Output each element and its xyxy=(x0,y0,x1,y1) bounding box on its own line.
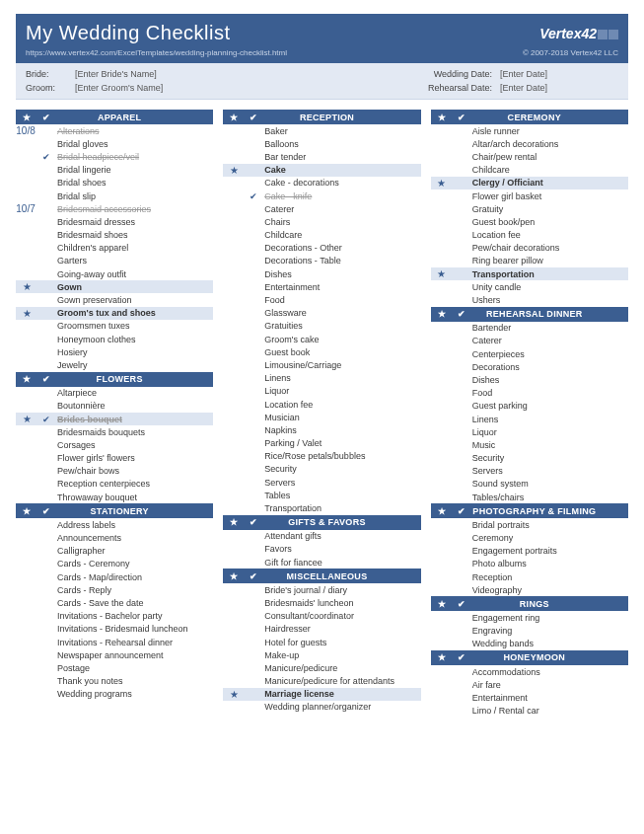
checklist-item[interactable]: Invitations - Rehearsal dinner xyxy=(16,636,213,648)
checklist-item[interactable]: Chairs xyxy=(223,215,420,228)
checklist-item[interactable]: Bridal shoes xyxy=(16,177,213,190)
checklist-item[interactable]: Dishes xyxy=(431,373,628,386)
checklist-item[interactable]: Photo albums xyxy=(431,558,628,570)
wedding-date-value[interactable]: [Enter Date] xyxy=(500,69,547,79)
checklist-item[interactable]: Guest parking xyxy=(431,400,628,413)
checklist-item[interactable]: Caterer xyxy=(431,335,628,347)
checklist-item[interactable]: Cards - Ceremony xyxy=(16,558,213,570)
checklist-item[interactable]: ★Groom's tux and shoes xyxy=(16,307,213,320)
checklist-item[interactable]: Air fare xyxy=(431,678,628,691)
checklist-item[interactable]: Tables xyxy=(223,489,420,501)
checklist-item[interactable]: Transportation xyxy=(223,501,420,514)
check-icon[interactable]: ✔ xyxy=(37,152,55,162)
checklist-item[interactable]: Hosiery xyxy=(16,345,213,358)
checklist-item[interactable]: Honeymoon clothes xyxy=(16,333,213,345)
checklist-item[interactable]: Unity candle xyxy=(431,280,628,293)
checklist-item[interactable]: Chair/pew rental xyxy=(431,150,628,163)
checklist-item[interactable]: Wedding programs xyxy=(16,688,213,701)
checklist-item[interactable]: Caterer xyxy=(223,202,420,215)
check-icon[interactable]: ✔ xyxy=(245,191,262,201)
checklist-item[interactable]: Bridal gloves xyxy=(16,137,213,150)
checklist-item[interactable]: Cards - Save the date xyxy=(16,596,213,609)
checklist-item[interactable]: Bride's journal / diary xyxy=(223,583,420,596)
checklist-item[interactable]: Reception xyxy=(431,570,628,583)
checklist-item[interactable]: Ceremony xyxy=(431,531,628,544)
checklist-item[interactable]: Entertainment xyxy=(431,691,628,704)
checklist-item[interactable]: Liquor xyxy=(223,385,420,398)
checklist-item[interactable]: Balloons xyxy=(223,137,420,150)
checklist-item[interactable]: Postage xyxy=(16,661,213,674)
checklist-item[interactable]: Engagement ring xyxy=(431,611,628,624)
checklist-item[interactable]: Childcare xyxy=(223,229,420,242)
checklist-item[interactable]: Newspaper announcement xyxy=(16,648,213,661)
checklist-item[interactable]: Bridal lingerie xyxy=(16,164,213,177)
checklist-item[interactable]: ★Transportation xyxy=(431,267,628,280)
checklist-item[interactable]: Location fee xyxy=(223,398,420,411)
checklist-item[interactable]: Hotel for guests xyxy=(223,636,420,648)
checklist-item[interactable]: Bartender xyxy=(431,322,628,335)
checklist-item[interactable]: Announcements xyxy=(16,531,213,544)
checklist-item[interactable]: Linens xyxy=(223,372,420,385)
checklist-item[interactable]: Decorations - Table xyxy=(223,255,420,267)
checklist-item[interactable]: Bridesmaid dresses xyxy=(16,215,213,228)
checklist-item[interactable]: Location fee xyxy=(431,229,628,242)
checklist-item[interactable]: Glassware xyxy=(223,307,420,320)
checklist-item[interactable]: Music xyxy=(431,438,628,451)
checklist-item[interactable]: Groomsmen tuxes xyxy=(16,320,213,333)
check-icon[interactable]: ✔ xyxy=(37,415,55,424)
checklist-item[interactable]: Favors xyxy=(223,543,420,556)
checklist-item[interactable]: Bridesmaids' luncheon xyxy=(223,596,420,609)
checklist-item[interactable]: Cards - Reply xyxy=(16,583,213,596)
checklist-item[interactable]: Bridal slip xyxy=(16,190,213,202)
checklist-item[interactable]: Garters xyxy=(16,255,213,267)
checklist-item[interactable]: Musician xyxy=(223,411,420,423)
checklist-item[interactable]: Food xyxy=(431,387,628,400)
checklist-item[interactable]: Calligrapher xyxy=(16,545,213,558)
groom-value[interactable]: [Enter Groom's Name] xyxy=(75,83,163,93)
checklist-item[interactable]: Reception centerpieces xyxy=(16,478,213,491)
checklist-item[interactable]: Manicure/pedicure for attendants xyxy=(223,675,420,688)
checklist-item[interactable]: Wedding planner/organizer xyxy=(223,701,420,714)
checklist-item[interactable]: Jewelry xyxy=(16,358,213,371)
checklist-item[interactable]: Throwaway bouquet xyxy=(16,491,213,503)
checklist-item[interactable]: Cake - decorations xyxy=(223,177,420,190)
checklist-item[interactable]: Security xyxy=(223,463,420,476)
checklist-item[interactable]: Thank you notes xyxy=(16,675,213,688)
checklist-item[interactable]: Centerpieces xyxy=(431,347,628,360)
checklist-item[interactable]: Bridesmaid shoes xyxy=(16,229,213,242)
checklist-item[interactable]: Going-away outfit xyxy=(16,267,213,280)
checklist-item[interactable]: Children's apparel xyxy=(16,242,213,255)
checklist-item[interactable]: Dishes xyxy=(223,267,420,280)
checklist-item[interactable]: Videography xyxy=(431,583,628,596)
checklist-item[interactable]: Food xyxy=(223,293,420,306)
checklist-item[interactable]: Bridal portraits xyxy=(431,518,628,531)
checklist-item[interactable]: Security xyxy=(431,452,628,465)
checklist-item[interactable]: Limousine/Carriage xyxy=(223,358,420,371)
checklist-item[interactable]: Pew/chair decorations xyxy=(431,242,628,255)
checklist-item[interactable]: ★✔Brides bouquet xyxy=(16,413,213,425)
checklist-item[interactable]: Address labels xyxy=(16,518,213,531)
checklist-item[interactable]: Engraving xyxy=(431,625,628,638)
checklist-item[interactable]: Guest book xyxy=(223,345,420,358)
checklist-item[interactable]: Napkins xyxy=(223,423,420,436)
checklist-item[interactable]: Hairdresser xyxy=(223,623,420,636)
checklist-item[interactable]: Gratuity xyxy=(431,202,628,215)
checklist-item[interactable]: 10/8Alterations xyxy=(16,124,213,137)
checklist-item[interactable]: Wedding bands xyxy=(431,638,628,650)
checklist-item[interactable]: Sound system xyxy=(431,478,628,491)
checklist-item[interactable]: Linens xyxy=(431,413,628,425)
checklist-item[interactable]: Altar/arch decorations xyxy=(431,137,628,150)
checklist-item[interactable]: Corsages xyxy=(16,438,213,451)
checklist-item[interactable]: Accommodations xyxy=(431,665,628,678)
checklist-item[interactable]: Parking / Valet xyxy=(223,437,420,450)
checklist-item[interactable]: Bar tender xyxy=(223,150,420,163)
checklist-item[interactable]: Tables/chairs xyxy=(431,491,628,503)
checklist-item[interactable]: Ring bearer pillow xyxy=(431,255,628,267)
checklist-item[interactable]: ★Gown xyxy=(16,280,213,293)
checklist-item[interactable]: ★Cake xyxy=(223,164,420,177)
checklist-item[interactable]: Bridesmaids bouquets xyxy=(16,425,213,438)
checklist-item[interactable]: Pew/chair bows xyxy=(16,465,213,478)
checklist-item[interactable]: Rice/Rose petals/bubbles xyxy=(223,450,420,463)
checklist-item[interactable]: Engagement portraits xyxy=(431,545,628,558)
checklist-item[interactable]: Baker xyxy=(223,124,420,137)
